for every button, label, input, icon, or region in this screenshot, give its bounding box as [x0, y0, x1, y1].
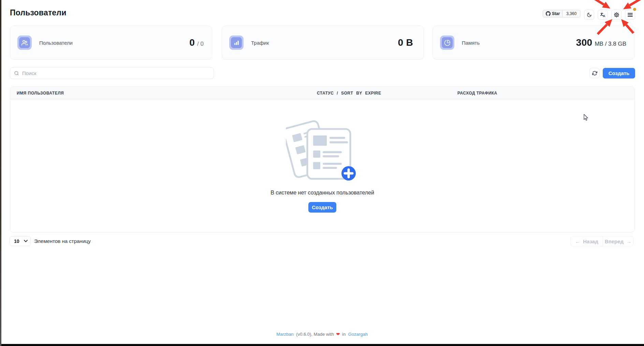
arrow-right-icon: →	[626, 239, 631, 244]
moon-icon	[587, 12, 592, 17]
github-star-badge[interactable]: Star 3,360	[543, 10, 580, 17]
pagination-nav: ← Назад Вперед →	[570, 236, 633, 246]
footer-in-text: in	[342, 332, 346, 337]
settings-button[interactable]	[611, 10, 621, 20]
column-header-status-sort-expire[interactable]: СТАТУС / SORT BY EXPIRE	[317, 87, 381, 99]
refresh-icon	[592, 71, 597, 76]
stat-label: Память	[462, 40, 480, 46]
users-icon	[17, 35, 32, 50]
arrow-left-icon: ←	[575, 239, 580, 244]
plus-icon	[341, 166, 356, 181]
stat-label: Пользователи	[39, 40, 73, 46]
notification-dot	[633, 8, 636, 11]
heart-icon: ❤	[336, 332, 340, 337]
column-header-traffic-usage[interactable]: РАСХОД ТРАФИКА	[457, 87, 497, 99]
empty-create-button[interactable]: Создать	[308, 202, 336, 213]
translate-icon: A	[600, 12, 606, 18]
stat-card-traffic: Трафик 0 B	[222, 26, 424, 60]
github-star-button[interactable]: Star	[543, 10, 563, 17]
github-star-label: Star	[552, 11, 560, 16]
stat-value: 300 MB / 3.8 GB	[576, 37, 626, 48]
marzban-link[interactable]: Marzban	[276, 332, 294, 337]
empty-state-message: В системе нет созданных пользователей	[10, 190, 635, 196]
memory-icon	[440, 35, 454, 50]
gear-icon	[614, 12, 619, 18]
svg-text:A: A	[603, 14, 605, 18]
stat-value: 0 / 0	[189, 37, 204, 48]
search-icon	[14, 71, 19, 76]
stat-card-users: Пользователи 0 / 0	[10, 26, 212, 60]
per-page-label: Элементов на страницу	[34, 238, 91, 244]
prev-page-button[interactable]: ← Назад	[571, 236, 603, 246]
github-icon	[546, 11, 551, 16]
create-user-button[interactable]: Создать	[603, 68, 635, 78]
stat-value: 0 B	[398, 37, 415, 48]
stat-label: Трафик	[251, 40, 269, 46]
empty-state-illustration	[286, 117, 359, 183]
search-input[interactable]	[22, 70, 210, 76]
column-header-username[interactable]: ИМЯ ПОЛЬЗОВАТЕЛЯ	[17, 87, 64, 99]
traffic-icon	[229, 35, 244, 50]
window-bottom-edge	[1, 344, 644, 346]
marzban-users-page: Пользователи Star 3,360 A	[0, 0, 644, 346]
window-left-edge	[0, 0, 1, 346]
dark-mode-button[interactable]	[584, 10, 594, 20]
empty-state-actions: Создать	[10, 202, 635, 213]
search-box[interactable]	[10, 67, 214, 79]
language-button[interactable]: A	[598, 10, 608, 20]
page-size-value: 10	[14, 239, 19, 244]
footer: Marzban (v0.6.0), Made with ❤ in Gozarga…	[0, 332, 644, 337]
page-size-select[interactable]: 10	[10, 236, 31, 246]
table-header-row: ИМЯ ПОЛЬЗОВАТЕЛЯ СТАТУС / SORT BY EXPIRE…	[10, 87, 634, 99]
next-page-button[interactable]: Вперед →	[603, 236, 633, 246]
stat-card-memory: Память 300 MB / 3.8 GB	[433, 26, 635, 60]
refresh-button[interactable]	[589, 68, 600, 78]
gozargah-link[interactable]: Gozargah	[348, 332, 368, 337]
menu-button[interactable]	[625, 10, 635, 20]
chevron-down-icon	[24, 240, 28, 242]
footer-text: (v0.6.0), Made with	[296, 332, 334, 337]
hamburger-icon	[628, 13, 633, 17]
github-star-count[interactable]: 3,360	[563, 10, 580, 17]
page-title: Пользователи	[10, 8, 67, 17]
